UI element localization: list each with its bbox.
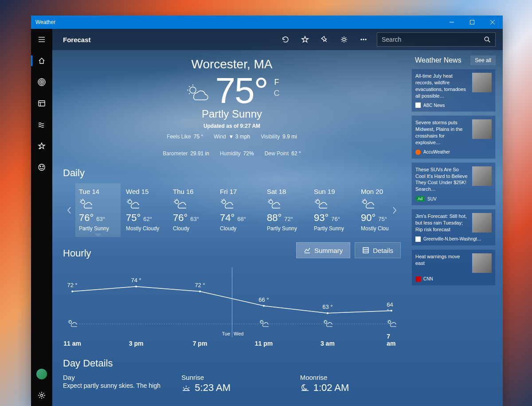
day-low: 75° <box>378 216 387 222</box>
minimize-button[interactable] <box>442 16 462 29</box>
hourly-details-button[interactable]: Details <box>355 242 401 258</box>
close-button[interactable] <box>482 16 503 29</box>
hourly-time-label: 3 am <box>321 340 335 347</box>
day-low: 76° <box>331 216 340 222</box>
search-input[interactable] <box>377 36 479 43</box>
daily-prev-button[interactable] <box>63 184 75 237</box>
topbar: Forecast <box>52 29 503 50</box>
moonrise-icon <box>300 383 310 392</box>
hourly-summary-button[interactable]: Summary <box>296 242 350 258</box>
day-date: Tue 14 <box>79 188 117 195</box>
hamburger-menu-button[interactable] <box>31 29 52 50</box>
day-high: 76° <box>173 212 188 224</box>
day-date: Sun 19 <box>314 188 352 195</box>
unit-f[interactable]: F <box>274 78 280 87</box>
day-card[interactable]: Thu 1676°63°Cloudy <box>169 183 215 237</box>
news-thumbnail <box>472 213 492 233</box>
search-box[interactable] <box>377 32 496 47</box>
hourly-temp-label: 72 ° <box>67 282 78 288</box>
news-thumbnail <box>472 166 492 186</box>
day-condition: Mostly Cloudy <box>126 225 164 232</box>
news-card[interactable]: Severe storms puts Midwest, Plains in th… <box>411 115 496 158</box>
news-headline: These SUVs Are So Cool It's Hard to Beli… <box>415 166 469 193</box>
svg-line-52 <box>222 200 223 201</box>
day-card[interactable]: Sun 1993°76°Partly Sunny <box>310 183 356 237</box>
hourly-condition-icon <box>67 319 77 329</box>
sidebar-item-maps[interactable] <box>31 71 52 93</box>
hourly-temp-label: 63 ° <box>322 304 332 310</box>
forecast-panel: Worcester, MA 75° F C Partly Sunny Updat… <box>52 50 411 406</box>
svg-point-37 <box>81 200 85 204</box>
metric-value: 75 ° <box>194 134 203 140</box>
day-low: 72° <box>284 216 293 222</box>
metric-label: Barometer <box>163 150 188 157</box>
hourly-day-label: Tue <box>222 331 230 336</box>
day-card[interactable]: Mon 2090°75°Mostly Cloudy <box>357 183 388 237</box>
day-card[interactable]: Sat 1888°72°Partly Sunny <box>263 183 309 237</box>
search-icon[interactable] <box>479 36 495 43</box>
svg-line-91 <box>388 320 388 321</box>
news-card[interactable]: Heat warnings move eastCNN <box>411 249 496 286</box>
svg-point-7 <box>41 81 43 83</box>
svg-point-29 <box>365 39 366 40</box>
svg-point-76 <box>69 321 72 323</box>
app-window: Weather Forecast <box>31 16 503 406</box>
maximize-button[interactable] <box>462 16 482 29</box>
day-date: Mon 20 <box>361 188 388 195</box>
hourly-time-label: 7 pm <box>193 340 207 347</box>
account-button[interactable] <box>31 363 52 385</box>
hourly-time-label: 7 am <box>387 333 396 347</box>
metric-label: Dew Point <box>265 150 289 157</box>
sunrise-label: Sunrise <box>181 374 282 381</box>
current-conditions: Worcester, MA 75° F C Partly Sunny Updat… <box>63 50 401 157</box>
svg-point-74 <box>327 312 329 314</box>
day-condition: Partly Sunny <box>267 225 305 232</box>
sidebar-item-favorites[interactable] <box>31 135 52 157</box>
more-button[interactable] <box>354 29 373 50</box>
svg-point-32 <box>190 87 196 93</box>
metric-label: Wind <box>214 134 226 140</box>
sidebar-item-forecast[interactable] <box>31 50 52 71</box>
hourly-condition-icon <box>259 319 269 329</box>
metric-label: Feels Like <box>167 134 191 140</box>
favorite-button[interactable] <box>295 29 315 50</box>
sunrise-icon <box>181 383 191 392</box>
svg-point-15 <box>40 166 41 167</box>
daily-next-button[interactable] <box>388 184 401 237</box>
day-card[interactable]: Fri 1774°68°Cloudy <box>216 183 262 237</box>
day-icon <box>314 198 352 210</box>
hourly-condition-icon <box>387 319 396 329</box>
day-date: Wed 15 <box>126 188 164 195</box>
svg-point-27 <box>361 39 362 40</box>
day-card[interactable]: Wed 1575°62°Mostly Cloudy <box>122 183 168 237</box>
news-card[interactable]: Jim's Forecast: Still hot, but less rain… <box>411 209 496 246</box>
hourly-condition-icon <box>323 319 332 329</box>
svg-point-41 <box>128 200 132 204</box>
refresh-button[interactable] <box>276 29 295 50</box>
news-headline: Severe storms puts Midwest, Plains in th… <box>415 119 469 146</box>
news-card[interactable]: These SUVs Are So Cool It's Hard to Beli… <box>411 162 496 205</box>
svg-line-83 <box>260 320 261 321</box>
svg-line-56 <box>269 200 270 201</box>
svg-point-53 <box>269 200 273 204</box>
day-high: 76° <box>79 212 94 224</box>
metric-label: Humidity <box>220 150 241 157</box>
day-condition: Cloudy <box>220 225 258 232</box>
details-heading: Day Details <box>63 358 401 369</box>
sidebar-item-trends[interactable] <box>31 114 52 135</box>
sidebar-item-news[interactable] <box>31 157 52 178</box>
svg-rect-10 <box>39 101 45 106</box>
unit-toggle: F C <box>274 78 280 98</box>
day-card[interactable]: Tue 1476°63°Partly Sunny <box>75 183 121 237</box>
sidebar-item-historical[interactable] <box>31 93 52 114</box>
settings-button[interactable] <box>31 385 52 406</box>
svg-line-60 <box>316 200 317 201</box>
unit-c[interactable]: C <box>274 89 280 98</box>
metric: Feels Like75 ° <box>167 134 203 140</box>
news-card[interactable]: All-time July heat records, wildfire eva… <box>411 69 496 112</box>
see-all-button[interactable]: See all <box>470 55 496 65</box>
units-button[interactable] <box>334 29 354 50</box>
svg-point-14 <box>39 164 45 170</box>
day-date: Sat 18 <box>267 188 305 195</box>
pin-button[interactable] <box>315 29 334 50</box>
